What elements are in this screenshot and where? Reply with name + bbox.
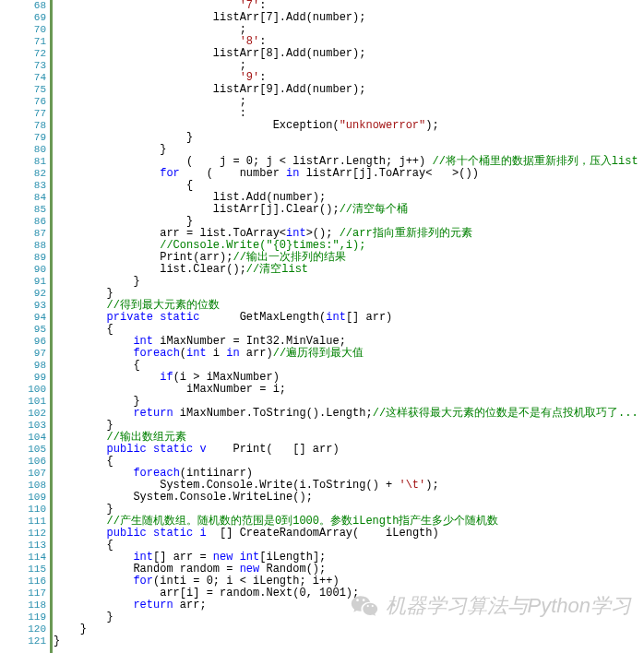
code-line: } — [54, 623, 638, 635]
code-token: ; — [54, 95, 246, 108]
code-token: if — [160, 371, 173, 384]
code-token: //遍历得到最大值 — [273, 347, 364, 360]
code-token — [54, 527, 107, 540]
code-token — [54, 599, 133, 611]
code-token: //清空list — [246, 263, 308, 276]
code-token: int — [133, 551, 153, 564]
code-token: } — [54, 131, 193, 144]
code-token: iMaxNumber = Int32.MinValue; — [153, 335, 346, 348]
code-line: return arr; — [54, 600, 638, 611]
code-token: "unknowerror" — [340, 119, 426, 132]
code-token: ( j = 0; j < listArr.Length; j++) — [54, 155, 432, 168]
code-line: foreach(int i in arr)//遍历得到最大值 — [54, 348, 638, 360]
code-content[interactable]: '7': listArr[7].Add(number); ; '8': list… — [53, 0, 638, 653]
code-token: //输出一次排列的结果 — [233, 251, 345, 264]
code-token: int — [133, 335, 153, 348]
code-token: [] arr) — [346, 311, 392, 324]
code-line: return iMaxNumber.ToString().Length;//这样… — [54, 408, 638, 420]
code-token: Print( [] arr) — [207, 443, 340, 456]
code-token: [] arr = — [153, 551, 213, 564]
code-line: private static GetMaxLength(int[] arr) — [54, 312, 638, 324]
code-token: public static i — [107, 527, 207, 540]
code-token: GetMaxLength( — [199, 311, 326, 324]
code-token: '\t' — [399, 479, 425, 492]
code-token — [54, 443, 107, 456]
code-token: '9' — [240, 71, 260, 84]
code-token — [54, 167, 160, 180]
code-token: [iLength]; — [259, 551, 326, 564]
code-token: int — [326, 311, 346, 324]
code-token: arr) — [240, 347, 273, 360]
code-token: i — [207, 347, 227, 360]
code-token: //这样获得最大元素的位数是不是有点投机取巧了... — [373, 407, 638, 420]
code-token: { — [54, 455, 113, 468]
code-token: //arr指向重新排列的元素 — [340, 227, 472, 240]
code-line: } — [54, 276, 638, 288]
code-token: int — [286, 227, 306, 240]
code-token — [54, 515, 107, 528]
code-token: { — [54, 359, 140, 372]
code-token: { — [54, 539, 113, 552]
code-token: //将十个桶里的数据重新排列，压入list — [432, 155, 638, 168]
code-token: for — [133, 575, 153, 588]
code-token: iMaxNumber.ToString().Length; — [173, 407, 373, 420]
code-line: System.Console.WriteLine(); — [54, 492, 638, 504]
code-token: in — [226, 347, 239, 360]
code-token: return — [133, 407, 173, 420]
code-token — [54, 311, 107, 324]
code-line: public static v Print( [] arr) — [54, 444, 638, 456]
code-token: ); — [425, 119, 438, 132]
code-token — [54, 335, 133, 348]
code-token: listArr[j].Clear(); — [54, 203, 340, 216]
code-token: } — [54, 635, 60, 647]
code-token — [54, 239, 160, 252]
code-token: } — [54, 611, 113, 623]
code-token: arr; — [173, 599, 207, 611]
code-token — [54, 35, 240, 48]
code-token: listArr[j].ToArray< >()) — [299, 167, 478, 180]
code-token — [54, 467, 133, 480]
code-token: System.Console.Write(i.ToString() + — [54, 479, 399, 492]
code-token: : — [54, 107, 246, 120]
code-token: iMaxNumber = i; — [54, 383, 286, 396]
code-line: } — [54, 635, 638, 647]
code-line: public static i [] CreateRandomArray( iL… — [54, 528, 638, 540]
code-token: { — [54, 179, 193, 192]
code-token: return — [133, 599, 173, 611]
code-token: } — [54, 215, 193, 228]
code-token: (inti = 0; i < iLength; i++) — [153, 575, 340, 588]
code-token: } — [54, 287, 113, 300]
code-token: //产生随机数组。随机数的范围是0到1000。参数iLength指产生多少个随机… — [107, 515, 499, 528]
code-token: for — [160, 167, 180, 180]
code-token: } — [54, 275, 140, 288]
code-token: new — [240, 563, 260, 576]
code-editor: 68 69 70 71 72 73 74 75 76 77 78 79 80 8… — [0, 0, 644, 653]
code-token: //清空每个桶 — [340, 203, 408, 216]
code-token: foreach — [133, 467, 179, 480]
code-token: } — [54, 395, 140, 408]
code-token: public static v — [107, 443, 207, 456]
code-token: (intiinarr) — [180, 467, 253, 480]
code-token: int — [186, 347, 207, 360]
code-token: { — [54, 323, 113, 336]
code-token — [54, 431, 107, 444]
code-token: new int — [213, 551, 259, 564]
code-token: : — [259, 71, 266, 84]
code-token — [54, 371, 160, 384]
code-token: : — [259, 35, 266, 48]
code-token: private static — [107, 311, 200, 324]
code-token: Exception( — [54, 119, 340, 132]
code-line: list.Clear();//清空list — [54, 264, 638, 276]
code-token: (i > iMaxNumber) — [173, 371, 280, 384]
code-token — [54, 71, 240, 84]
code-token: //输出数组元素 — [107, 431, 186, 444]
code-token: } — [54, 503, 113, 516]
code-token: Print(arr); — [54, 251, 233, 264]
code-token: [] CreateRandomArray( iLength) — [207, 527, 439, 540]
code-token: } — [54, 623, 87, 635]
code-line: iMaxNumber = i; — [54, 384, 638, 396]
line-gutter: 68 69 70 71 72 73 74 75 76 77 78 79 80 8… — [0, 0, 53, 653]
code-token: ; — [54, 23, 246, 36]
code-token: list.Add(number); — [54, 191, 326, 204]
code-token: ); — [425, 479, 438, 492]
